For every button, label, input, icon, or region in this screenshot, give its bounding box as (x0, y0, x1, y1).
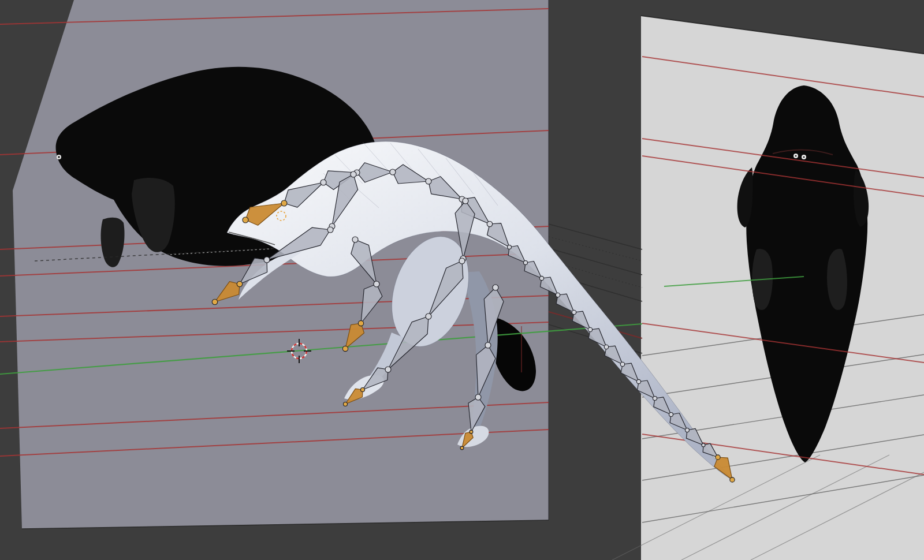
bone-joint[interactable] (264, 257, 270, 263)
bone-joint[interactable] (463, 198, 468, 204)
bone-joint[interactable] (352, 237, 358, 242)
bone-joint[interactable] (653, 396, 657, 400)
bone-joint[interactable] (523, 260, 527, 264)
bone-joint[interactable] (321, 180, 326, 185)
side-silhouette-pupil (58, 156, 60, 158)
bone-joint[interactable] (426, 178, 431, 184)
bone-joint[interactable] (390, 169, 396, 175)
bone-joint[interactable] (685, 428, 690, 432)
bone-joint[interactable] (358, 320, 363, 326)
bone-joint[interactable] (351, 171, 356, 177)
bone-joint[interactable] (588, 327, 592, 331)
bone-joint[interactable] (237, 281, 243, 287)
bone-joint[interactable] (385, 367, 391, 372)
bone-joint[interactable] (556, 293, 560, 297)
bone-joint[interactable] (620, 362, 624, 366)
bone-joint[interactable] (374, 281, 379, 287)
bone-joint[interactable] (470, 430, 473, 434)
bone-joint[interactable] (507, 245, 511, 249)
bone-joint[interactable] (426, 313, 431, 319)
bone-joint[interactable] (281, 200, 287, 206)
bone-joint[interactable] (604, 345, 608, 349)
viewport-scene[interactable] (0, 0, 924, 560)
bone-joint[interactable] (572, 310, 576, 314)
bone-joint[interactable] (459, 258, 465, 264)
bone-joint[interactable] (716, 455, 720, 460)
bone-joint[interactable] (343, 402, 347, 406)
viewport-3d[interactable] (0, 0, 924, 560)
bone-joint[interactable] (493, 285, 498, 290)
bone-joint[interactable] (212, 299, 218, 305)
bone-joint[interactable] (539, 276, 543, 280)
bone-joint[interactable] (702, 443, 705, 447)
front-silhouette-pupil (795, 155, 796, 156)
bone-joint[interactable] (342, 346, 348, 351)
bone-joint[interactable] (487, 221, 492, 226)
bone-joint[interactable] (460, 446, 464, 450)
bone-joint[interactable] (669, 412, 673, 416)
bone-joint[interactable] (636, 379, 640, 383)
bone-joint[interactable] (730, 477, 735, 482)
bone-joint[interactable] (243, 217, 248, 223)
bone-joint[interactable] (360, 387, 364, 391)
bone-joint[interactable] (475, 394, 481, 400)
bone-joint[interactable] (485, 342, 491, 348)
bone-joint[interactable] (327, 227, 333, 233)
front-silhouette-pupil (803, 156, 804, 158)
